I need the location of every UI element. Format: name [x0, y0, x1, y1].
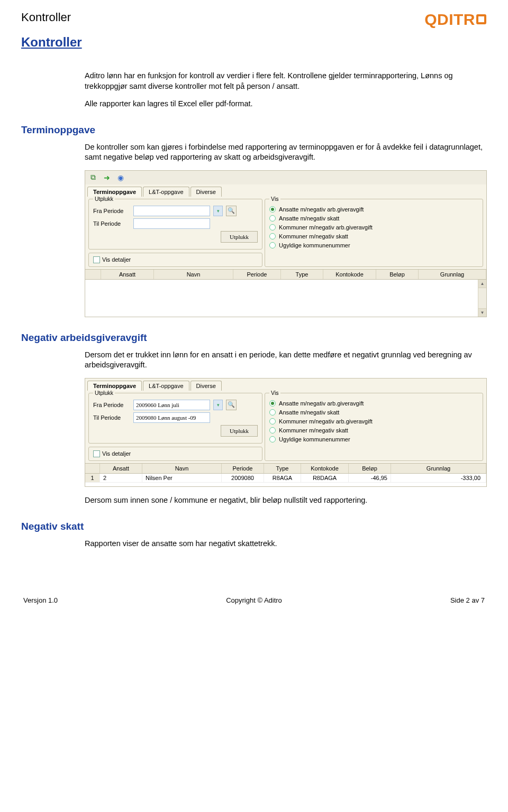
logo-o-icon	[476, 14, 486, 24]
radio-ugyldige-kommunenr[interactable]	[269, 242, 276, 248]
col2-ansatt[interactable]: Ansatt	[100, 464, 142, 473]
vis-detaljer-checkbox-2[interactable]	[93, 450, 100, 457]
radio2-kommuner-neg-skatt[interactable]	[269, 427, 276, 433]
til-periode-input[interactable]	[133, 218, 210, 229]
forward-icon[interactable]: ➜	[102, 173, 112, 182]
result-grid: Ansatt Navn Periode Type Kontokode Beløp…	[85, 269, 486, 317]
result-grid-2: Ansatt Navn Periode Type Kontokode Beløp…	[85, 463, 486, 486]
radio-label-4: Ugyldige kommunenummer	[279, 242, 350, 248]
col2-grunnlag[interactable]: Grunnlag	[391, 464, 486, 473]
fra-periode-dropdown-icon[interactable]: ▾	[213, 206, 223, 216]
help-icon[interactable]: ◉	[116, 173, 125, 182]
vis-detaljer-fieldset: Vis detaljer	[88, 253, 262, 267]
radio-label-0: Ansatte m/negativ arb.giveravgift	[279, 206, 364, 213]
radio-kommuner-neg-skatt[interactable]	[269, 233, 276, 239]
radio-ansatte-neg-arb[interactable]	[269, 206, 276, 213]
fra-periode-dropdown-icon-2[interactable]: ▾	[213, 400, 223, 410]
fra-periode-label-2: Fra Periode	[93, 402, 130, 408]
grid-header: Ansatt Navn Periode Type Kontokode Beløp…	[85, 270, 486, 280]
tabs-row: Terminoppgave L&T-oppgave Diverse	[85, 184, 486, 197]
col-navn[interactable]: Navn	[154, 270, 233, 279]
vis-legend: Vis	[269, 196, 280, 202]
vis-fieldset-2: Vis Ansatte m/negativ arb.giveravgift An…	[265, 393, 483, 461]
cell-periode: 2009080	[222, 474, 264, 482]
scroll-down-icon[interactable]: ▼	[478, 308, 486, 317]
fra-periode-input[interactable]	[133, 206, 210, 216]
fra-periode-search-icon-2[interactable]: 🔍	[226, 400, 237, 410]
radio2-label-0: Ansatte m/negativ arb.giveravgift	[279, 400, 364, 407]
vis-detaljer-checkbox[interactable]	[93, 256, 100, 263]
table-row[interactable]: 1 2 Nilsen Per 2009080 R8AGA R8DAGA -46,…	[85, 474, 486, 483]
excel-icon[interactable]: ⧉	[88, 173, 98, 182]
fra-periode-label: Fra Periode	[93, 208, 130, 214]
footer-page-number: Side 2 av 7	[450, 596, 485, 604]
header-corner-title: Kontroller	[21, 11, 71, 24]
radio2-label-1: Ansatte m/negativ skatt	[279, 409, 339, 416]
scrollbar[interactable]: ▲ ▼	[478, 280, 486, 317]
col-belop[interactable]: Beløp	[376, 270, 419, 279]
col2-navn[interactable]: Navn	[142, 464, 222, 473]
logo-text-part: QDITR	[424, 11, 475, 29]
vis-fieldset: Vis Ansatte m/negativ arb.giveravgift An…	[265, 199, 483, 267]
vis-detaljer-label-2: Vis detaljer	[102, 450, 131, 457]
page-footer: Versjon 1.0 Copyright © Aditro Side 2 av…	[21, 596, 487, 604]
col2-type[interactable]: Type	[264, 464, 301, 473]
tab-diverse[interactable]: Diverse	[190, 187, 222, 197]
section-heading-neg-skatt: Negativ skatt	[21, 521, 487, 532]
scroll-up-icon[interactable]: ▲	[478, 280, 486, 288]
neg-arb-paragraph: Dersom det er trukket inn lønn for en an…	[85, 350, 487, 371]
col-grunnlag[interactable]: Grunnlag	[419, 270, 486, 279]
radio2-label-2: Kommuner m/negativ arb.giveravgift	[279, 418, 373, 425]
terminoppgave-paragraph: De kontroller som kan gjøres i forbindel…	[85, 142, 487, 163]
utplukk-button-2[interactable]: Utplukk	[221, 425, 258, 437]
tab2-lt-oppgave[interactable]: L&T-oppgave	[143, 381, 189, 391]
tab2-diverse[interactable]: Diverse	[190, 381, 222, 391]
col2-belop[interactable]: Beløp	[349, 464, 391, 473]
radio-kommuner-neg-arb[interactable]	[269, 224, 276, 230]
vis-legend-2: Vis	[269, 390, 280, 396]
utplukk-fieldset: Utplukk Fra Periode ▾ 🔍 Til Periode Utpl…	[88, 199, 262, 250]
radio-label-2: Kommuner m/negativ arb.giveravgift	[279, 224, 373, 230]
radio2-label-3: Kommuner m/negativ skatt	[279, 427, 348, 433]
col2-periode[interactable]: Periode	[222, 464, 264, 473]
col-ansatt[interactable]: Ansatt	[101, 270, 154, 279]
radio2-ansatte-neg-arb[interactable]	[269, 400, 276, 407]
grid-body-empty: ▲ ▼	[85, 280, 486, 317]
section-heading-neg-arb: Negativ arbeidsgiveravgift	[21, 332, 487, 344]
fra-periode-input-2[interactable]	[133, 400, 210, 410]
app-panel-neg-arb: Terminoppgave L&T-oppgave Diverse Utpluk…	[85, 378, 487, 487]
page-title-link[interactable]: Kontroller	[21, 35, 82, 50]
footer-version: Versjon 1.0	[23, 596, 58, 604]
col2-rownum[interactable]	[85, 464, 100, 473]
section-heading-terminoppgave: Terminoppgave	[21, 124, 487, 136]
utplukk-legend: Utplukk	[93, 196, 115, 202]
radio2-ansatte-neg-skatt[interactable]	[269, 409, 276, 416]
cell-ansatt: 2	[100, 474, 142, 482]
intro-paragraph-1: Aditro lønn har en funksjon for kontroll…	[85, 71, 487, 91]
til-periode-input-2[interactable]	[133, 412, 210, 423]
cell-navn: Nilsen Per	[142, 474, 222, 482]
radio-ansatte-neg-skatt[interactable]	[269, 215, 276, 222]
radio-label-3: Kommuner m/negativ skatt	[279, 233, 348, 239]
grid-header-2: Ansatt Navn Periode Type Kontokode Beløp…	[85, 464, 486, 474]
til-periode-label: Til Periode	[93, 220, 130, 227]
vis-detaljer-fieldset-2: Vis detaljer	[88, 447, 262, 461]
intro-paragraph-2: Alle rapporter kan lagres til Excel elle…	[85, 99, 487, 109]
tab-lt-oppgave[interactable]: L&T-oppgave	[143, 187, 189, 197]
utplukk-button[interactable]: Utplukk	[221, 231, 258, 243]
col-periode[interactable]: Periode	[233, 270, 281, 279]
cell-type: R8AGA	[264, 474, 301, 482]
col-kontokode[interactable]: Kontokode	[323, 270, 376, 279]
col2-kontokode[interactable]: Kontokode	[301, 464, 349, 473]
utplukk-fieldset-2: Utplukk Fra Periode ▾ 🔍 Til Periode Utpl…	[88, 393, 262, 444]
vis-detaljer-label: Vis detaljer	[102, 256, 131, 263]
neg-skatt-paragraph: Rapporten viser de ansatte som har negat…	[85, 539, 487, 549]
toolbar: ⧉ ➜ ◉	[85, 171, 486, 184]
aditro-logo: QDITR	[424, 11, 487, 29]
footer-copyright: Copyright © Aditro	[226, 596, 282, 604]
fra-periode-search-icon[interactable]: 🔍	[226, 206, 237, 216]
radio2-kommuner-neg-arb[interactable]	[269, 418, 276, 425]
utplukk-legend-2: Utplukk	[93, 390, 115, 396]
col-type[interactable]: Type	[281, 270, 323, 279]
radio2-ugyldige-kommunenr[interactable]	[269, 436, 276, 442]
